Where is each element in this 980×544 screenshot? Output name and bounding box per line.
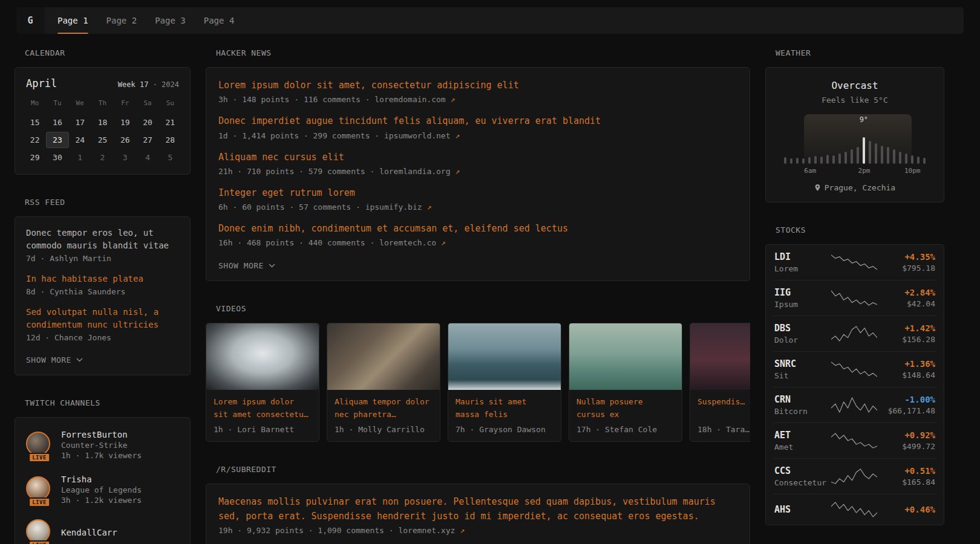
tab-page-3[interactable]: Page 3: [155, 7, 186, 34]
external-link-icon: ↗: [446, 95, 456, 104]
weather-bar: [893, 149, 895, 164]
story-title[interactable]: Integer eget rutrum lorem: [218, 186, 737, 200]
story-domain[interactable]: loremlandia.org: [379, 167, 450, 176]
calendar-day[interactable]: 26: [114, 132, 136, 148]
calendar-day[interactable]: 16: [46, 114, 68, 131]
video-thumbnail: [327, 323, 440, 390]
channel-name[interactable]: KendallCarr: [61, 528, 117, 537]
calendar-dow: Fr: [114, 94, 136, 113]
channel-game: League of Legends: [61, 485, 142, 494]
stock-row[interactable]: CRNBitcorn-1.00%$66,171.48: [773, 387, 936, 423]
rss-item-title[interactable]: In hac habitasse platea: [26, 273, 179, 285]
story-title[interactable]: Lorem ipsum dolor sit amet, consectetur …: [218, 79, 737, 92]
stock-row[interactable]: AETAmet+0.92%$499.72: [773, 423, 936, 458]
story-title[interactable]: Maecenas mollis pulvinar erat non posuer…: [218, 495, 737, 523]
weather-bar: [917, 157, 920, 164]
hacker-news-card: Lorem ipsum dolor sit amet, consectetur …: [206, 67, 750, 281]
story-title[interactable]: Aliquam nec cursus elit: [218, 151, 737, 164]
twitch-channel[interactable]: LIVEForrestBurtonCounter-Strike1h · 1.7k…: [15, 423, 190, 467]
video-card[interactable]: Aliquam tempor dolor nec pharetra…1h · M…: [327, 323, 440, 442]
avatar: LIVE: [26, 519, 53, 544]
story-domain[interactable]: loremtech.co: [379, 238, 436, 247]
stocks-section-title: STOCKS: [776, 225, 944, 235]
stock-sparkline: [831, 501, 877, 518]
calendar-day[interactable]: 5: [159, 149, 181, 166]
calendar-day[interactable]: 25: [91, 132, 114, 148]
stock-row[interactable]: DBSDolor+1.42%$156.28: [773, 316, 936, 351]
calendar-day[interactable]: 30: [46, 149, 68, 166]
video-title[interactable]: Nullam posuere cursus ex: [577, 396, 675, 421]
weather-card: Overcast Feels like 5°C 9° 6am2pm10pm Pr…: [765, 67, 944, 202]
stock-values: +1.36%$148.64: [882, 359, 935, 380]
stock-row[interactable]: LDILorem+4.35%$795.18: [773, 245, 936, 280]
subreddit-list: Maecenas mollis pulvinar erat non posuer…: [218, 495, 737, 535]
calendar-day[interactable]: 18: [91, 114, 114, 131]
calendar-day[interactable]: 4: [136, 149, 158, 166]
stock-name: Amet: [774, 442, 826, 452]
story-domain[interactable]: ipsumworld.net: [384, 131, 451, 140]
show-more-label: SHOW MORE: [26, 355, 71, 364]
calendar-day[interactable]: 27: [136, 132, 158, 148]
story-domain[interactable]: ipsumify.biz: [365, 202, 422, 212]
channel-meta: 1h · 1.7k viewers: [61, 451, 142, 460]
story-title[interactable]: Donec imperdiet augue tincidunt felis al…: [218, 114, 737, 128]
calendar-day[interactable]: 23: [46, 132, 68, 148]
stock-sparkline: [831, 254, 877, 271]
calendar-day[interactable]: 20: [136, 114, 158, 131]
avatar: LIVE: [26, 432, 53, 458]
stock-row[interactable]: AHS+0.46%: [773, 494, 936, 525]
video-card[interactable]: Suspendis… diam18h · Tara…: [690, 323, 750, 442]
stock-change: +0.51%: [882, 466, 935, 476]
stock-row[interactable]: IIGIpsum+2.84%$42.04: [773, 280, 936, 316]
video-title[interactable]: Lorem ipsum dolor sit amet consectetu…: [214, 396, 312, 421]
calendar-day[interactable]: 28: [159, 132, 181, 148]
app-logo[interactable]: G: [16, 7, 44, 34]
show-more-button[interactable]: SHOW MORE: [218, 261, 275, 270]
video-title[interactable]: Aliquam tempor dolor nec pharetra…: [335, 396, 433, 421]
story-domain[interactable]: loremdomain.com: [374, 95, 445, 104]
calendar-day[interactable]: 15: [24, 114, 46, 131]
weather-time-label: 2pm: [858, 167, 871, 175]
rss-item-title[interactable]: Sed volutpat nulla nisl, a condimentum n…: [26, 306, 179, 331]
video-title[interactable]: Mauris sit amet massa felis: [456, 396, 554, 421]
calendar-day[interactable]: 29: [24, 149, 46, 166]
tab-page-2[interactable]: Page 2: [106, 7, 137, 34]
stock-row[interactable]: CCSConsectetur+0.51%$165.84: [773, 458, 936, 494]
calendar-day[interactable]: 2: [91, 149, 114, 166]
story-stats: 6h · 60 points · 57 comments ·: [218, 202, 365, 212]
stock-row[interactable]: SNRCSit+1.36%$148.64: [773, 351, 936, 387]
calendar-day[interactable]: 17: [69, 114, 91, 131]
channel-info: TrishaLeague of Legends3h · 1.2k viewers: [61, 474, 142, 505]
tab-page-4[interactable]: Page 4: [204, 7, 235, 34]
video-card[interactable]: Lorem ipsum dolor sit amet consectetu…1h…: [206, 323, 319, 442]
calendar-day[interactable]: 22: [24, 132, 46, 148]
external-link-icon: ↗: [451, 131, 460, 140]
calendar-day[interactable]: 21: [159, 114, 181, 131]
channel-name[interactable]: Trisha: [61, 474, 142, 484]
stock-values: -1.00%$66,171.48: [882, 395, 935, 415]
video-title[interactable]: Suspendis… diam: [697, 396, 750, 421]
video-card[interactable]: Nullam posuere cursus ex17h · Stefan Col…: [569, 323, 682, 442]
calendar-day[interactable]: 3: [114, 149, 136, 166]
weather-chart: 9° 6am2pm10pm: [783, 114, 927, 175]
videos-section-title: VIDEOS: [216, 304, 750, 313]
videos-section: VIDEOS Lorem ipsum dolor sit amet consec…: [206, 304, 750, 442]
channel-name[interactable]: ForrestBurton: [61, 430, 142, 439]
stock-symbol: CCS: [774, 465, 826, 476]
weather-bar: [820, 157, 823, 164]
weather-bar: [887, 147, 889, 164]
story-title[interactable]: Donec enim nibh, condimentum et accumsan…: [218, 222, 737, 236]
calendar-day[interactable]: 19: [114, 114, 136, 131]
video-card[interactable]: Mauris sit amet massa felis7h · Grayson …: [448, 323, 561, 442]
show-more-button[interactable]: SHOW MORE: [26, 355, 83, 364]
story-domain[interactable]: loremnet.xyz: [398, 526, 455, 535]
chevron-down-icon: [76, 358, 83, 362]
twitch-channel[interactable]: LIVEKendallCarr: [15, 512, 190, 544]
twitch-channel[interactable]: LIVETrishaLeague of Legends3h · 1.2k vie…: [15, 467, 190, 512]
rss-item-title[interactable]: Donec tempor eros leo, ut commodo mauris…: [26, 227, 179, 252]
story-item: Aliquam nec cursus elit21h · 710 points …: [218, 151, 737, 176]
calendar-day[interactable]: 1: [69, 149, 91, 166]
tab-page-1[interactable]: Page 1: [57, 7, 88, 34]
calendar-day[interactable]: 24: [69, 132, 91, 148]
story-item: Donec enim nibh, condimentum et accumsan…: [218, 222, 737, 247]
